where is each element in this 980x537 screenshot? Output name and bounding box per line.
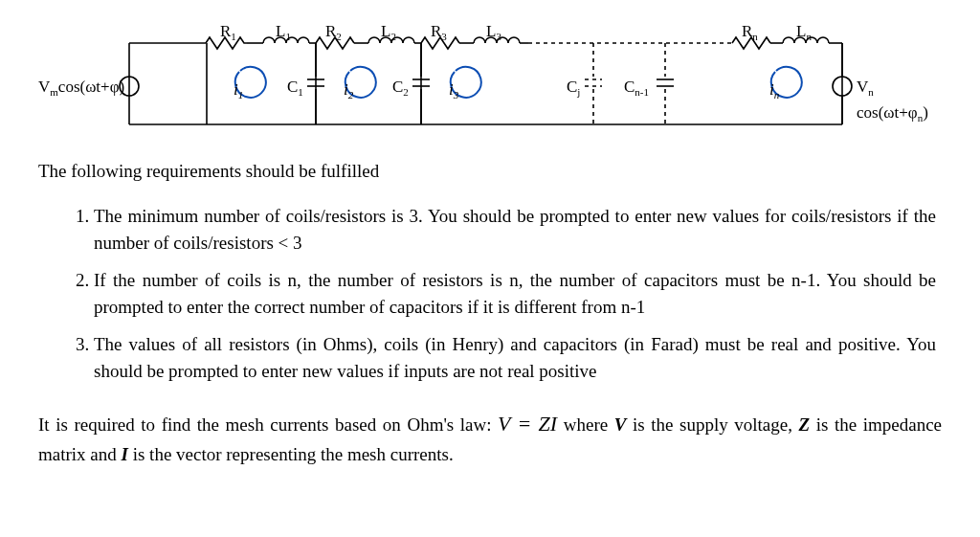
requirement-item: The values of all resistors (in Ohms), c… bbox=[94, 331, 942, 386]
closing-post-a: where bbox=[564, 414, 614, 435]
requirements-list: The minimum number of coils/resistors is… bbox=[38, 203, 942, 386]
ohms-law-equation: V = ZI bbox=[498, 412, 557, 436]
L3-label: L3 bbox=[486, 19, 501, 45]
circuit-diagram: Vmcos(ωt+φ) Vn cos(ωt+φn) R1 L1 R2 L2 R3… bbox=[38, 19, 938, 139]
source-right-label: Vn cos(ωt+φn) bbox=[857, 75, 938, 126]
L2-label: L2 bbox=[381, 19, 396, 45]
closing-pre: It is required to find the mesh currents… bbox=[38, 414, 498, 435]
closing-text: It is required to find the mesh currents… bbox=[38, 407, 942, 470]
Ln-label: Ln bbox=[796, 19, 812, 45]
var-V: V bbox=[614, 414, 627, 435]
requirement-item: If the number of coils is n, the number … bbox=[94, 267, 942, 322]
in-label: in bbox=[769, 78, 779, 103]
source-left-label: Vmcos(ωt+φ) bbox=[38, 75, 124, 101]
var-I: I bbox=[122, 444, 128, 464]
closing-post-d: is the vector representing the mesh curr… bbox=[133, 444, 454, 464]
Cj-label: Cj bbox=[567, 75, 580, 101]
i1-label: i1 bbox=[234, 78, 243, 103]
closing-post-b: is the supply voltage, bbox=[633, 414, 799, 435]
C1-label: C1 bbox=[287, 75, 303, 101]
Rn-label: Rn bbox=[742, 19, 758, 45]
R2-label: R2 bbox=[325, 19, 342, 45]
L1-label: L1 bbox=[276, 19, 291, 45]
Cn1-label: Cn-1 bbox=[624, 75, 649, 101]
C2-label: C2 bbox=[392, 75, 409, 101]
requirement-item: The minimum number of coils/resistors is… bbox=[94, 203, 942, 257]
i3-label: i3 bbox=[449, 78, 458, 103]
R3-label: R3 bbox=[431, 19, 447, 45]
var-Z: Z bbox=[799, 414, 811, 435]
R1-label: R1 bbox=[220, 19, 236, 45]
i2-label: i2 bbox=[344, 78, 353, 103]
intro-text: The following requirements should be ful… bbox=[38, 158, 942, 186]
